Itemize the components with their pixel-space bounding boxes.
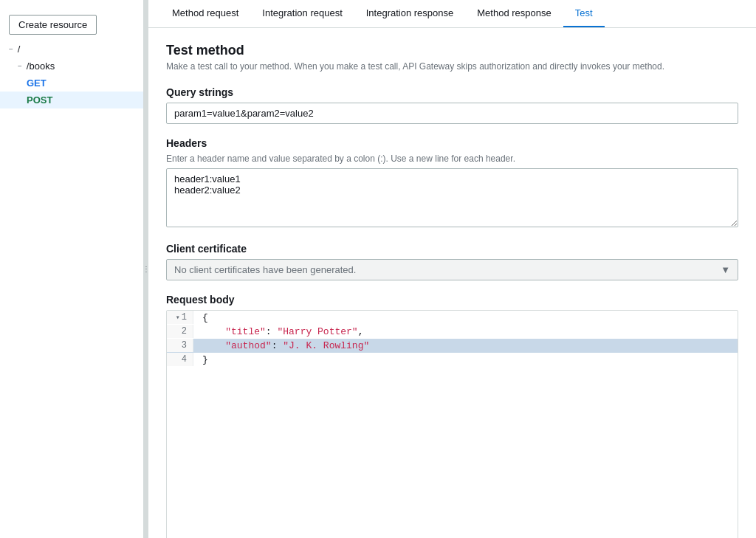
headers-textarea[interactable]: header1:value1 header2:value2	[166, 168, 738, 227]
sidebar-item-get[interactable]: GET	[0, 75, 143, 92]
client-certificate-select[interactable]: No client certificates have been generat…	[166, 259, 738, 280]
page-title: Test method	[166, 43, 738, 58]
query-strings-label: Query strings	[166, 86, 738, 98]
code-line-4: 4 }	[167, 353, 738, 367]
content-area: Test method Make a test call to your met…	[148, 28, 756, 538]
tab-integration-request[interactable]: Integration request	[250, 0, 354, 27]
request-body-editor[interactable]: ▾ 1 { 2 "title": "Harry Potter", 3	[166, 310, 738, 538]
client-certificate-placeholder: No client certificates have been generat…	[174, 264, 356, 275]
root-toggle-icon: −	[9, 45, 13, 53]
client-certificate-group: Client certificate No client certificate…	[166, 243, 738, 280]
line-number-1: ▾ 1	[167, 311, 193, 324]
val-title: "Harry Potter"	[277, 326, 357, 337]
request-body-label: Request body	[166, 294, 738, 306]
line-content-1: {	[193, 311, 738, 325]
line-num-label-1: 1	[182, 312, 187, 323]
code-line-3: 3 "authod": "J. K. Rowling"	[167, 339, 738, 353]
create-resource-button[interactable]: Create resource	[9, 15, 97, 35]
tab-integration-response[interactable]: Integration response	[354, 0, 466, 27]
line-num-label-4: 4	[182, 354, 187, 365]
page-description: Make a test call to your method. When yo…	[166, 61, 738, 72]
main-panel: Method request Integration request Integ…	[148, 0, 756, 538]
key-title: "title"	[225, 326, 266, 337]
post-method-label: POST	[27, 94, 52, 106]
fold-icon-1[interactable]: ▾	[176, 313, 180, 322]
query-strings-input[interactable]	[166, 103, 738, 124]
line-num-label-2: 2	[182, 326, 187, 337]
dropdown-arrow-icon: ▼	[721, 264, 730, 275]
code-line-1: ▾ 1 {	[167, 311, 738, 325]
get-method-label: GET	[27, 77, 47, 89]
query-strings-group: Query strings	[166, 86, 738, 124]
line-num-label-3: 3	[182, 340, 187, 351]
headers-group: Headers Enter a header name and value se…	[166, 137, 738, 230]
line-number-3: 3	[167, 339, 193, 352]
line-number-2: 2	[167, 325, 193, 338]
headers-label: Headers	[166, 137, 738, 149]
sidebar: Create resource − / − /books GET POST	[0, 0, 144, 538]
tab-bar: Method request Integration request Integ…	[148, 0, 756, 28]
tab-method-request[interactable]: Method request	[160, 0, 250, 27]
val-authod: "J. K. Rowling"	[283, 340, 369, 351]
line-number-4: 4	[167, 353, 193, 366]
code-line-2: 2 "title": "Harry Potter",	[167, 325, 738, 339]
sidebar-item-root[interactable]: − /	[0, 41, 143, 58]
tab-test[interactable]: Test	[563, 0, 605, 27]
client-certificate-label: Client certificate	[166, 243, 738, 255]
line-content-3: "authod": "J. K. Rowling"	[193, 339, 738, 353]
books-toggle-icon: −	[18, 62, 22, 70]
sidebar-books-label: /books	[27, 61, 55, 72]
key-authod: "authod"	[225, 340, 271, 351]
sidebar-root-label: /	[18, 44, 21, 55]
sidebar-item-books[interactable]: − /books	[0, 58, 143, 75]
request-body-group: Request body ▾ 1 { 2 "title": "Harry	[166, 294, 738, 538]
create-resource-section: Create resource	[9, 15, 134, 35]
sidebar-item-post[interactable]: POST	[0, 92, 143, 108]
headers-sublabel: Enter a header name and value separated …	[166, 154, 738, 164]
tab-method-response[interactable]: Method response	[465, 0, 563, 27]
line-content-2: "title": "Harry Potter",	[193, 325, 738, 339]
line-content-4: }	[193, 353, 738, 367]
